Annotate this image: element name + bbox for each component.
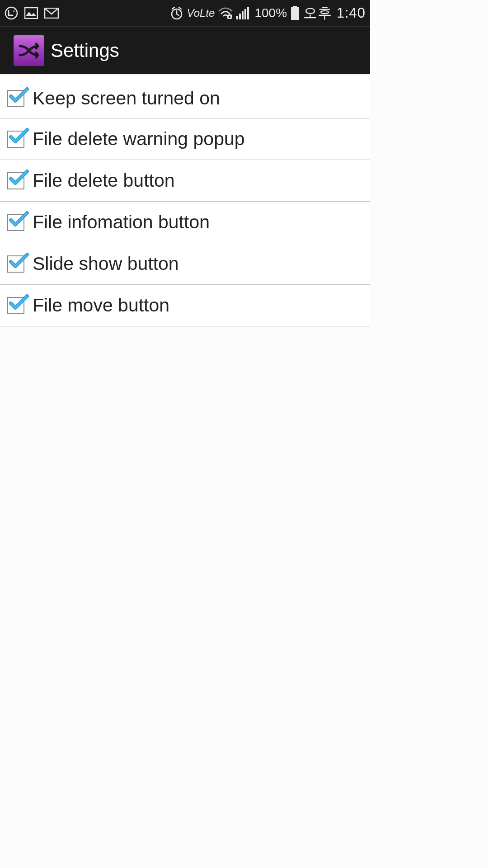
app-icon bbox=[14, 35, 44, 66]
volte-indicator: VoLte bbox=[187, 7, 215, 19]
setting-file-info-button[interactable]: File infomation button bbox=[0, 202, 370, 243]
carrier-icon: + bbox=[5, 6, 18, 20]
checkmark-icon bbox=[9, 86, 29, 106]
svg-rect-2 bbox=[25, 8, 38, 19]
setting-file-delete-warning[interactable]: File delete warning popup bbox=[0, 118, 370, 160]
setting-label: Slide show button bbox=[33, 253, 179, 274]
setting-file-move-button[interactable]: File move button bbox=[0, 285, 370, 326]
gallery-icon bbox=[24, 7, 38, 19]
setting-keep-screen-on[interactable]: Keep screen turned on bbox=[0, 79, 370, 118]
checkmark-icon bbox=[9, 252, 29, 272]
svg-rect-6 bbox=[229, 16, 230, 18]
wifi-icon bbox=[218, 7, 233, 19]
checkmark-icon bbox=[9, 293, 29, 313]
svg-rect-10 bbox=[244, 9, 246, 19]
checkmark-icon bbox=[9, 169, 29, 189]
checkbox-keep-screen-on[interactable] bbox=[7, 90, 24, 107]
clock-time: 오후 1:40 bbox=[303, 4, 366, 23]
setting-label: File delete button bbox=[33, 170, 175, 191]
setting-label: File move button bbox=[33, 295, 169, 316]
signal-icon bbox=[236, 7, 251, 19]
battery-icon bbox=[291, 6, 300, 20]
setting-file-delete-button[interactable]: File delete button bbox=[0, 160, 370, 202]
status-left-icons: + bbox=[5, 6, 59, 20]
setting-label: Keep screen turned on bbox=[33, 88, 220, 109]
svg-rect-7 bbox=[236, 16, 238, 19]
setting-slideshow-button[interactable]: Slide show button bbox=[0, 243, 370, 285]
checkmark-icon bbox=[9, 210, 29, 230]
checkbox-slideshow-button[interactable] bbox=[7, 255, 24, 273]
app-header: Settings bbox=[0, 26, 370, 74]
alarm-icon bbox=[170, 6, 183, 20]
svg-rect-13 bbox=[291, 7, 299, 20]
checkbox-file-delete-button[interactable] bbox=[7, 172, 24, 189]
page-title: Settings bbox=[51, 40, 119, 61]
svg-rect-9 bbox=[242, 11, 244, 19]
setting-label: File infomation button bbox=[33, 212, 210, 233]
settings-list: Keep screen turned on File delete warnin… bbox=[0, 74, 370, 326]
gmail-icon bbox=[44, 8, 59, 19]
svg-rect-8 bbox=[239, 14, 241, 19]
svg-point-0 bbox=[5, 7, 17, 19]
svg-rect-11 bbox=[247, 7, 249, 19]
battery-percent: 100% bbox=[254, 6, 287, 20]
checkbox-file-move-button[interactable] bbox=[7, 297, 24, 314]
checkbox-file-delete-warning[interactable] bbox=[7, 131, 24, 148]
setting-label: File delete warning popup bbox=[33, 128, 245, 150]
svg-text:+: + bbox=[13, 9, 15, 14]
status-bar: + VoLte bbox=[0, 0, 370, 26]
checkmark-icon bbox=[9, 127, 29, 147]
status-right-icons: VoLte 100% 오 bbox=[170, 4, 366, 23]
checkbox-file-info-button[interactable] bbox=[7, 214, 24, 231]
